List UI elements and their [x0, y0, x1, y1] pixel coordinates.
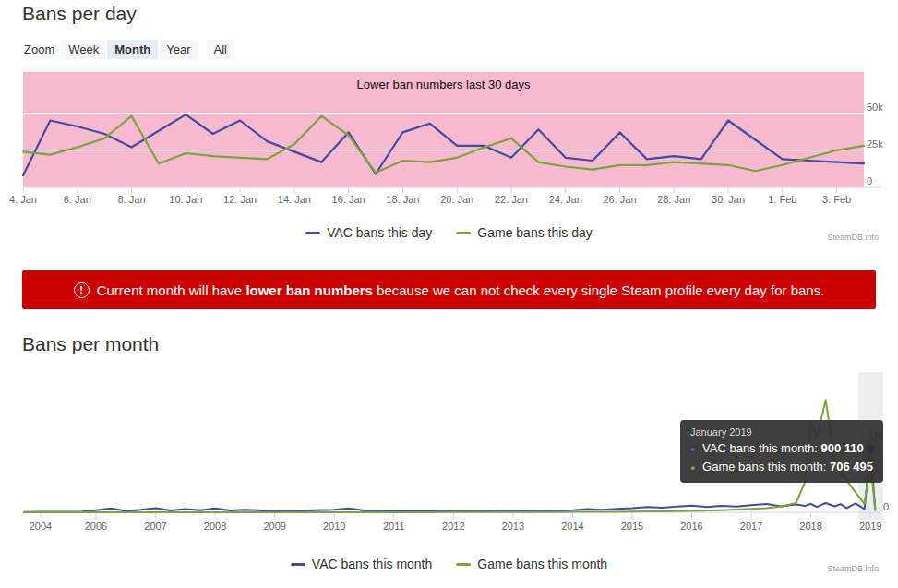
zoom-label: Zoom: [24, 42, 54, 56]
x-axis-label: 2011: [383, 521, 405, 532]
x-axis-label: 16. Jan: [332, 194, 365, 205]
x-axis-label: 2007: [144, 521, 166, 532]
monthly-chart-title: Bans per month: [22, 333, 159, 355]
x-axis-label: 2008: [204, 521, 226, 532]
tooltip-bullet-icon: ●: [690, 463, 695, 473]
x-axis-label: 22. Jan: [495, 194, 528, 205]
tooltip-title: January 2019: [690, 426, 873, 438]
x-axis-label: 26. Jan: [603, 194, 636, 205]
x-axis-label: 20. Jan: [440, 194, 473, 205]
zoom-button-month[interactable]: Month: [107, 40, 158, 59]
x-axis-label: 2013: [502, 521, 524, 532]
x-axis-label: 2009: [263, 521, 285, 532]
x-axis-label: 2017: [740, 521, 762, 532]
legend-label: VAC bans this day: [327, 225, 432, 240]
x-axis-label: 2015: [621, 521, 643, 532]
y-axis-label: 50k: [867, 102, 883, 113]
range-selector: Zoom WeekMonthYearAll: [24, 42, 235, 56]
x-axis-label: 12. Jan: [223, 194, 257, 205]
legend-marker: [456, 563, 471, 566]
tooltip-value: 900 110: [820, 441, 863, 455]
tooltip-bullet-icon: ●: [690, 445, 695, 454]
daily-chart-title: Bans per day: [22, 3, 137, 25]
x-axis-label: 4. Jan: [9, 194, 37, 205]
monthly-legend: VAC bans this monthGame bans this month: [0, 557, 898, 571]
legend-label: VAC bans this month: [312, 557, 432, 571]
x-axis-label: 2018: [799, 521, 821, 532]
x-axis-label: 18. Jan: [386, 194, 419, 205]
x-axis-label: 10. Jan: [169, 194, 202, 205]
y-axis-label: 0: [867, 175, 872, 186]
warning-icon: !: [74, 282, 90, 298]
zoom-button-week[interactable]: Week: [61, 40, 106, 59]
x-axis-label: 3. Feb: [822, 194, 851, 205]
x-axis-label: 8. Jan: [118, 194, 146, 205]
x-axis-label: 2010: [323, 521, 345, 532]
tooltip-value: 706 495: [830, 460, 873, 474]
x-axis-label: 2004: [30, 521, 52, 532]
legend-item-vac-bans-this-day[interactable]: VAC bans this day: [305, 225, 432, 240]
y-axis-label: 0: [883, 501, 889, 512]
x-axis-label: 2012: [442, 521, 464, 532]
chart-tooltip: January 2019 ● VAC bans this month: 900 …: [680, 420, 883, 483]
legend-marker: [305, 232, 320, 234]
legend-item-vac-bans-this-month[interactable]: VAC bans this month: [291, 557, 432, 571]
x-axis-label: 6. Jan: [64, 194, 91, 205]
x-axis-label: 28. Jan: [657, 194, 690, 205]
x-axis-label: 2014: [561, 521, 583, 532]
x-axis-label: 24. Jan: [549, 194, 582, 205]
tooltip-row: ● Game bans this month: 706 495: [690, 458, 873, 476]
zoom-buttons: WeekMonthYearAll: [61, 42, 235, 56]
daily-legend: VAC bans this dayGame bans this day: [0, 225, 898, 240]
x-axis-label: 30. Jan: [712, 194, 745, 205]
legend-item-game-bans-this-day[interactable]: Game bans this day: [456, 225, 593, 240]
x-axis-label: 14. Jan: [278, 194, 311, 205]
legend-label: Game bans this month: [477, 557, 607, 571]
x-axis-label: 1. Feb: [768, 194, 796, 205]
legend-marker: [456, 232, 471, 234]
legend-marker: [291, 563, 305, 566]
legend-label: Game bans this day: [477, 225, 593, 240]
legend-item-game-bans-this-month[interactable]: Game bans this month: [456, 557, 607, 571]
x-axis-label: 2019: [859, 521, 881, 532]
y-axis-label: 25k: [867, 138, 883, 150]
warning-banner: ! Current month will have lower ban numb…: [22, 270, 876, 309]
zoom-button-all[interactable]: All: [207, 40, 234, 59]
x-axis-label: 2006: [85, 521, 107, 532]
x-axis-label: 2016: [680, 521, 702, 532]
warning-text: Current month will have lower ban number…: [97, 282, 825, 298]
tooltip-row: ● VAC bans this month: 900 110: [690, 439, 873, 458]
steamdb-credit[interactable]: SteamDB.info: [827, 233, 879, 242]
plot-band-label: Lower ban numbers last 30 days: [23, 78, 864, 91]
page: Bans per day Zoom WeekMonthYearAll 4. Ja…: [0, 0, 898, 588]
zoom-button-year[interactable]: Year: [159, 40, 198, 59]
steamdb-credit[interactable]: SteamDB.info: [827, 564, 879, 573]
tooltip-rows: ● VAC bans this month: 900 110● Game ban…: [690, 439, 873, 475]
